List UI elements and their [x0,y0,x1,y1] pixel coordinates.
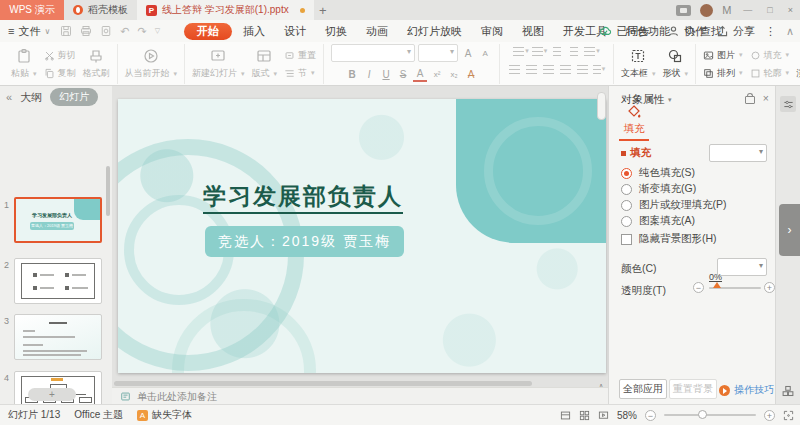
decrease-indent-button[interactable] [550,44,564,58]
add-slide-button[interactable]: + [28,388,76,401]
maximize-button[interactable]: □ [764,5,775,15]
tab-home-templates[interactable]: 稻壳模板 [64,0,137,20]
editing-canvas[interactable]: 学习发展部负责人 竞选人：2019级 贾玉梅 ∧ ∨ 单击此处添加备注 [112,86,608,405]
numbering-button[interactable]: ▾ [532,44,548,58]
tab-document[interactable]: P 线上答辩 学习发展部(1).pptx [137,0,314,20]
bullets-button[interactable]: ▾ [513,44,529,58]
file-menu[interactable]: ≡ 文件 ∨ [8,24,50,39]
transparency-increase-button[interactable]: + [764,282,775,293]
radio-pattern-fill[interactable]: 图案填充(A) [621,214,695,228]
copy-button[interactable]: 复制 [44,67,76,80]
reset-button[interactable]: 重置 [284,49,316,62]
avatar[interactable] [700,4,713,17]
new-slide-button[interactable]: 新建幻灯片▾ [192,48,245,80]
slide-thumbnail-2[interactable] [14,258,102,304]
slide-canvas[interactable]: 学习发展部负责人 竞选人：2019级 贾玉梅 [118,99,606,373]
slide-sorter-view-button[interactable] [579,410,590,421]
horizontal-scrollbar[interactable] [114,381,532,386]
new-tab-button[interactable]: + [314,3,332,18]
transparency-slider[interactable] [709,287,761,289]
slide-corner-shape[interactable] [456,99,606,243]
missing-font-warning[interactable]: A 缺失字体 [137,408,192,422]
outline-button[interactable]: 轮廓▾ [750,67,790,80]
object-properties-tab[interactable] [780,96,796,112]
textbox-button[interactable]: 文本框▾ [621,48,656,80]
bold-button[interactable]: B [345,67,359,81]
tab-outline[interactable]: 大纲 [20,90,42,105]
justify-button[interactable] [558,62,572,76]
picture-button[interactable]: 图片▾ [703,49,743,62]
font-color-button[interactable]: A [413,66,427,82]
vertical-scrollbar[interactable] [597,92,606,120]
app-menu-button[interactable]: WPS 演示 [0,0,64,20]
layout-grid-icon[interactable] [782,385,794,397]
notes-bar[interactable]: 单击此处添加备注 [112,387,608,405]
text-columns-button[interactable]: ▾ [592,62,606,76]
tray-icon[interactable] [676,5,691,16]
fill-tab[interactable]: 填充 [619,104,649,141]
presentation-tools-button[interactable]: 演示工具▾ [796,48,800,80]
reset-background-button[interactable]: 重置背景 [669,379,717,399]
strikethrough-button[interactable]: S [396,67,410,81]
zoom-slider-thumb[interactable] [698,410,707,419]
tab-animation[interactable]: 动画 [358,24,396,39]
undo-icon[interactable]: ↶ [120,25,129,38]
slideshow-view-button[interactable] [598,410,609,421]
zoom-slider[interactable] [664,414,756,416]
minimize-button[interactable]: — [740,5,755,15]
zoom-in-button[interactable]: + [764,410,775,421]
increase-indent-button[interactable] [567,44,581,58]
clear-format-button[interactable]: A [464,67,478,81]
play-from-current-button[interactable]: 从当前开始▾ [125,48,178,80]
arrange-button[interactable]: 排列▾ [703,67,743,80]
radio-gradient-fill[interactable]: 渐变填充(G) [621,182,696,196]
more-dropdown-icon[interactable]: ▽ [155,27,160,35]
color-picker-combo[interactable]: ▾ [717,258,767,276]
save-icon[interactable] [60,25,72,37]
align-right-button[interactable] [541,62,555,76]
fill-button[interactable]: 填充▾ [750,49,790,62]
subscript-button[interactable]: x₂ [447,67,461,81]
sync-status[interactable]: 已同步 ▾ [599,24,657,39]
fill-preset-combo[interactable]: ▾ [709,144,767,162]
print-icon[interactable] [80,25,92,37]
checkbox-hide-background[interactable]: 隐藏背景图形(H) [621,232,717,246]
slide-title[interactable]: 学习发展部负责人 [178,181,428,212]
close-button[interactable]: × [785,5,796,15]
more-menu-icon[interactable]: ⋮ [765,25,776,38]
shapes-button[interactable]: 形状▾ [663,48,689,80]
slide-thumbnail-3[interactable] [14,314,102,360]
increase-font-button[interactable]: A [461,46,475,60]
font-size-combo[interactable]: ▾ [418,44,458,62]
zoom-level[interactable]: 58% [617,410,637,421]
font-name-combo[interactable]: ▾ [331,44,415,62]
radio-solid-fill[interactable]: 纯色填充(S) [621,166,695,180]
close-panel-icon[interactable]: × [763,92,769,104]
slide-subtitle[interactable]: 竞选人：2019级 贾玉梅 [205,226,404,257]
theme-name[interactable]: Office 主题 [74,408,123,422]
radio-texture-fill[interactable]: 图片或纹理填充(P) [621,198,727,212]
tab-slideshow[interactable]: 幻灯片放映 [399,24,470,39]
tab-review[interactable]: 审阅 [473,24,511,39]
tab-start[interactable]: 开始 [184,23,232,40]
format-painter-button[interactable]: 格式刷 [83,48,110,80]
pin-panel-icon[interactable] [745,96,755,104]
superscript-button[interactable]: x² [430,67,444,81]
distribute-button[interactable] [575,62,589,76]
collapse-panel-tab[interactable]: › [779,204,800,256]
section-button[interactable]: 节▾ [284,67,316,80]
tab-design[interactable]: 设计 [276,24,314,39]
print-preview-icon[interactable] [100,25,112,37]
transparency-decrease-button[interactable]: − [693,282,704,293]
tab-insert[interactable]: 插入 [235,24,273,39]
tab-transition[interactable]: 切换 [317,24,355,39]
underline-button[interactable]: U [379,67,393,81]
normal-view-button[interactable] [560,410,571,421]
tab-slides[interactable]: 幻灯片 [50,88,98,106]
apply-all-button[interactable]: 全部应用 [619,379,667,399]
share-button[interactable]: 分享 [716,24,755,39]
cut-button[interactable]: 剪切 [44,49,76,62]
layout-button[interactable]: 版式▾ [252,48,278,80]
collapse-ribbon-icon[interactable]: ∧ [786,25,794,38]
tab-view[interactable]: 视图 [514,24,552,39]
